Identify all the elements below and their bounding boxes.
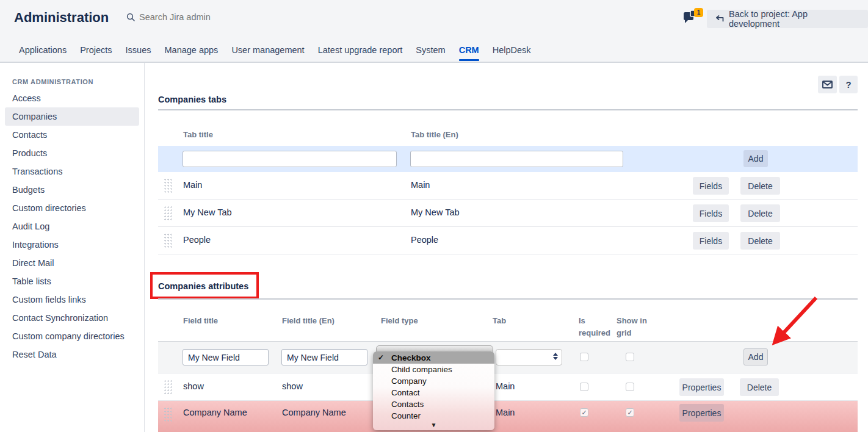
delete-button[interactable]: Delete — [740, 177, 780, 195]
fields-button[interactable]: Fields — [693, 232, 729, 250]
sidebar-item-products[interactable]: Products — [5, 144, 139, 162]
tab-crm[interactable]: CRM — [452, 38, 486, 62]
checkmark-icon: ✓ — [627, 409, 632, 417]
back-button-label: Back to project: App development — [729, 9, 860, 29]
tab-manage-apps[interactable]: Manage apps — [158, 38, 225, 62]
delete-button[interactable]: Delete — [740, 204, 780, 222]
show-in-grid-checkbox[interactable] — [626, 353, 634, 361]
drag-handle-icon[interactable] — [164, 407, 172, 422]
drag-handle-icon[interactable] — [164, 233, 172, 248]
jira-admin-page: Administration 1 Back to project: App de… — [0, 0, 868, 432]
dropdown-option-contacts[interactable]: Contacts — [373, 398, 494, 410]
notification-badge: 1 — [694, 8, 703, 17]
tab-issues[interactable]: Issues — [119, 38, 158, 62]
show-in-grid-checkbox[interactable] — [626, 383, 634, 391]
crm-sidebar: CRM ADMINISTRATION Access Companies Cont… — [0, 63, 145, 432]
sidebar-item-integrations[interactable]: Integrations — [5, 236, 139, 254]
sidebar-item-table-lists[interactable]: Table lists — [5, 272, 139, 290]
is-required-checkbox[interactable]: ✓ — [580, 408, 588, 417]
field-title-cell: Company Name — [183, 408, 247, 417]
dropdown-option-company[interactable]: Company — [373, 375, 494, 387]
drag-handle-icon[interactable] — [164, 380, 172, 395]
question-mark-icon: ? — [845, 79, 851, 90]
sidebar-item-direct-mail[interactable]: Direct Mail — [5, 254, 139, 272]
tab-system[interactable]: System — [409, 38, 452, 62]
tab-projects[interactable]: Projects — [73, 38, 118, 62]
is-required-checkbox[interactable] — [580, 383, 588, 391]
is-required-checkbox[interactable] — [580, 353, 588, 361]
tab-title-en-cell: Main — [411, 180, 430, 190]
table-row-main: Main Main Fields Delete — [158, 172, 858, 200]
option-label: Company — [391, 376, 427, 386]
back-arrow-icon — [715, 15, 724, 23]
sidebar-item-access[interactable]: Access — [5, 89, 139, 107]
sidebar-item-contacts[interactable]: Contacts — [5, 126, 139, 144]
column-header-tab: Tab — [493, 315, 506, 327]
top-header: Administration 1 Back to project: App de… — [0, 0, 868, 38]
properties-button[interactable]: Properties — [679, 404, 724, 422]
properties-button[interactable]: Properties — [679, 378, 724, 396]
drag-handle-icon[interactable] — [164, 206, 172, 221]
search-input[interactable] — [139, 12, 237, 22]
field-title-input[interactable] — [183, 349, 269, 365]
divider — [158, 109, 858, 110]
tab-user-management[interactable]: User management — [225, 38, 311, 62]
tab-select[interactable] — [496, 349, 562, 365]
companies-attributes-title: Companies attributes — [158, 281, 248, 291]
tab-title-en-cell: My New Tab — [411, 207, 460, 217]
fields-button[interactable]: Fields — [693, 204, 729, 222]
column-header-show-in-grid: Show in grid — [617, 315, 654, 339]
delete-button[interactable]: Delete — [740, 232, 780, 250]
column-header-tab-title: Tab title — [183, 129, 213, 141]
column-header-is-required: Is required — [579, 315, 617, 339]
field-title-cell: show — [183, 381, 204, 391]
option-label: Counter — [391, 411, 421, 420]
select-spinner-icon — [553, 353, 558, 360]
mail-button[interactable] — [818, 76, 837, 93]
tab-helpdesk[interactable]: HelpDesk — [486, 38, 538, 62]
tab-title-en-input[interactable] — [410, 151, 623, 167]
divider — [158, 298, 858, 300]
add-attribute-button[interactable]: Add — [743, 348, 768, 365]
tab-cell: Main — [496, 408, 515, 417]
sidebar-item-contact-synchronization[interactable]: Contact Synchronization — [5, 309, 139, 327]
column-header-field-title-en: Field title (En) — [282, 315, 335, 327]
field-title-en-cell: Company Name — [282, 408, 346, 417]
drag-handle-icon[interactable] — [164, 178, 172, 193]
companies-tabs-title: Companies tabs — [158, 95, 226, 104]
sidebar-item-transactions[interactable]: Transactions — [5, 162, 139, 181]
search-icon — [126, 13, 135, 21]
fields-button[interactable]: Fields — [693, 177, 729, 195]
show-in-grid-checkbox[interactable]: ✓ — [626, 408, 634, 417]
sidebar-item-companies[interactable]: Companies — [5, 107, 139, 126]
scroll-more-icon[interactable]: ▼ — [373, 422, 494, 430]
tab-title-cell: People — [183, 235, 211, 245]
admin-search[interactable] — [126, 12, 237, 22]
sidebar-item-audit-log[interactable]: Audit Log — [5, 217, 139, 236]
back-to-project-button[interactable]: Back to project: App development — [707, 10, 868, 28]
field-title-en-input[interactable] — [281, 349, 367, 365]
delete-button[interactable]: Delete — [740, 378, 779, 396]
tab-title-cell: Main — [183, 180, 202, 190]
tab-applications[interactable]: Applications — [12, 38, 73, 62]
tab-title-input[interactable] — [183, 151, 397, 167]
add-tab-button[interactable]: Add — [743, 150, 768, 167]
sidebar-item-custom-company-directories[interactable]: Custom company directories — [5, 327, 139, 345]
sidebar-item-budgets[interactable]: Budgets — [5, 181, 139, 199]
feedback-bubbles-icon[interactable]: 1 — [682, 9, 703, 29]
tab-title-en-cell: People — [411, 235, 438, 245]
sidebar-item-reset-data[interactable]: Reset Data — [5, 345, 139, 364]
tab-latest-upgrade-report[interactable]: Latest upgrade report — [311, 38, 410, 62]
field-type-dropdown-menu: ✓ Checkbox Child companies Company Conta… — [373, 351, 494, 430]
checkmark-icon: ✓ — [378, 353, 384, 362]
dropdown-option-contact[interactable]: Contact — [373, 387, 494, 398]
sidebar-item-custom-directories[interactable]: Custom directories — [5, 199, 139, 217]
sidebar-item-custom-fields-links[interactable]: Custom fields links — [5, 290, 139, 309]
column-header-field-type: Field type — [381, 315, 418, 327]
dropdown-option-counter[interactable]: Counter — [373, 410, 494, 422]
column-header-field-title: Field title — [183, 315, 218, 327]
option-label: Child companies — [391, 365, 452, 374]
dropdown-option-child-companies[interactable]: Child companies — [373, 364, 494, 375]
dropdown-option-checkbox[interactable]: ✓ Checkbox — [373, 351, 494, 364]
help-button[interactable]: ? — [839, 76, 858, 93]
